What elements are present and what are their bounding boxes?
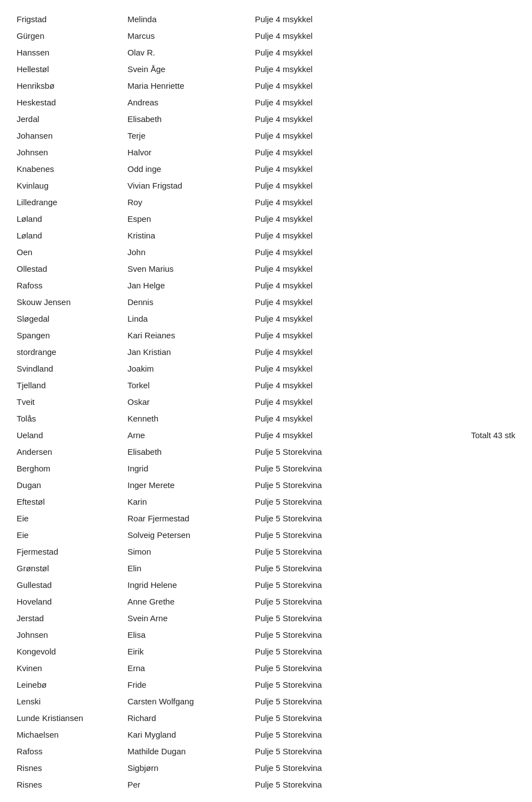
note (393, 346, 515, 359)
first-name: Elisabeth (127, 445, 255, 459)
table-row: LølandKristinaPulje 4 msykkel (17, 227, 515, 244)
note (393, 279, 515, 292)
note (393, 296, 515, 309)
group: Pulje 4 msykkel (255, 196, 393, 209)
last-name: Fjermestad (17, 545, 127, 559)
note (393, 362, 515, 375)
first-name: Svein Åge (127, 63, 255, 76)
last-name: Andersen (17, 445, 127, 459)
first-name: Elisabeth (127, 113, 255, 126)
last-name: Leinebø (17, 678, 127, 692)
note (393, 745, 515, 758)
first-name: Mathilde Dugan (127, 745, 255, 758)
last-name: Løland (17, 229, 127, 242)
last-name: Sløgedal (17, 312, 127, 326)
group: Pulje 4 msykkel (255, 13, 393, 26)
note (393, 678, 515, 692)
last-name: Dugan (17, 479, 127, 492)
table-row: SpangenKari ReianesPulje 4 msykkel (17, 327, 515, 344)
table-row: RisnesSigbjørnPulje 5 Storekvina (17, 760, 515, 776)
table-row: LeinebøFridePulje 5 Storekvina (17, 677, 515, 693)
last-name: Risnes (17, 762, 127, 775)
note (393, 479, 515, 492)
note (393, 246, 515, 259)
table-row: GürgenMarcusPulje 4 msykkel (17, 28, 515, 44)
group: Pulje 4 msykkel (255, 379, 393, 392)
first-name: Roy (127, 196, 255, 209)
first-name: Arne (127, 429, 255, 442)
first-name: Oskar (127, 395, 255, 409)
table-row: JohansenTerjePulje 4 msykkel (17, 128, 515, 144)
last-name: Johnsen (17, 628, 127, 642)
group: Pulje 4 msykkel (255, 179, 393, 192)
last-name: Kvinlaug (17, 179, 127, 192)
first-name: Anne Grethe (127, 595, 255, 608)
group: Pulje 5 Storekvina (255, 462, 393, 475)
table-row: EftestølKarinPulje 5 Storekvina (17, 494, 515, 510)
last-name: Johansen (17, 129, 127, 143)
first-name: Linda (127, 312, 255, 326)
first-name: Elisa (127, 628, 255, 642)
group: Pulje 5 Storekvina (255, 595, 393, 608)
group: Pulje 4 msykkel (255, 362, 393, 375)
last-name: Gürgen (17, 29, 127, 43)
note (393, 46, 515, 59)
first-name: Maria Henriette (127, 79, 255, 93)
note (393, 762, 515, 775)
note (393, 329, 515, 342)
group: Pulje 5 Storekvina (255, 745, 393, 758)
group: Pulje 4 msykkel (255, 262, 393, 276)
last-name: Kongevold (17, 645, 127, 658)
table-row: LølandEspenPulje 4 msykkel (17, 211, 515, 227)
last-name: stordrange (17, 346, 127, 359)
note (393, 495, 515, 509)
group: Pulje 4 msykkel (255, 63, 393, 76)
first-name: Ingrid Helene (127, 578, 255, 592)
first-name: Inger Merete (127, 479, 255, 492)
first-name: Melinda (127, 13, 255, 26)
table-row: KvinlaugVivian FrigstadPulje 4 msykkel (17, 177, 515, 194)
note (393, 512, 515, 525)
group: Pulje 5 Storekvina (255, 695, 393, 708)
note (393, 645, 515, 658)
group: Pulje 5 Storekvina (255, 728, 393, 742)
note (393, 562, 515, 575)
table-row: HellestølSvein ÅgePulje 4 msykkel (17, 61, 515, 78)
last-name: Eie (17, 529, 127, 542)
last-name: Johnsen (17, 146, 127, 159)
last-name: Skouw Jensen (17, 296, 127, 309)
note (393, 13, 515, 26)
first-name: Vivian Frigstad (127, 179, 255, 192)
last-name: Hellestøl (17, 63, 127, 76)
last-name: Ollestad (17, 262, 127, 276)
table-row: JohnsenElisaPulje 5 Storekvina (17, 627, 515, 643)
note (393, 578, 515, 592)
last-name: Spangen (17, 329, 127, 342)
first-name: Per (127, 778, 255, 791)
note (393, 29, 515, 43)
group: Pulje 4 msykkel (255, 412, 393, 425)
note (393, 545, 515, 559)
note (393, 595, 515, 608)
group: Pulje 4 msykkel (255, 429, 393, 442)
note (393, 262, 515, 276)
first-name: John (127, 246, 255, 259)
first-name: Jan Kristian (127, 346, 255, 359)
group: Pulje 4 msykkel (255, 229, 393, 242)
first-name: Dennis (127, 296, 255, 309)
table-row: stordrangeJan KristianPulje 4 msykkel (17, 344, 515, 361)
note (393, 129, 515, 143)
table-row: EieRoar FjermestadPulje 5 Storekvina (17, 510, 515, 527)
group: Pulje 5 Storekvina (255, 662, 393, 675)
last-name: Løland (17, 212, 127, 226)
note (393, 695, 515, 708)
last-name: Michaelsen (17, 728, 127, 742)
first-name: Eirik (127, 645, 255, 658)
group: Pulje 5 Storekvina (255, 512, 393, 525)
group: Pulje 4 msykkel (255, 296, 393, 309)
table-row: JerdalElisabethPulje 4 msykkel (17, 111, 515, 128)
last-name: Eftestøl (17, 495, 127, 509)
note (393, 312, 515, 326)
data-table: FrigstadMelindaPulje 4 msykkelGürgenMarc… (17, 11, 515, 793)
note (393, 778, 515, 791)
